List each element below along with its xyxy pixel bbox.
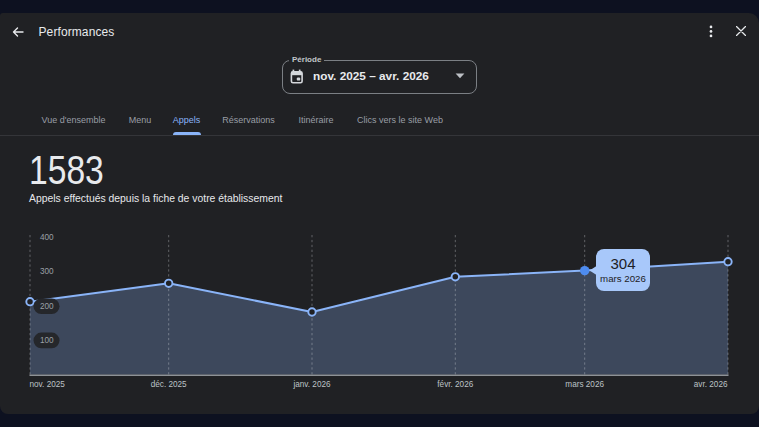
svg-text:400: 400 bbox=[40, 233, 54, 242]
svg-text:févr. 2026: févr. 2026 bbox=[437, 380, 473, 389]
svg-text:janv. 2026: janv. 2026 bbox=[292, 380, 331, 389]
svg-text:nov. 2025: nov. 2025 bbox=[30, 380, 66, 389]
svg-text:300: 300 bbox=[40, 267, 54, 276]
svg-text:304: 304 bbox=[610, 255, 635, 272]
svg-text:200: 200 bbox=[40, 302, 54, 311]
svg-text:mars 2026: mars 2026 bbox=[565, 380, 604, 389]
svg-text:avr. 2026: avr. 2026 bbox=[694, 380, 728, 389]
svg-text:mars 2026: mars 2026 bbox=[600, 273, 646, 284]
svg-text:100: 100 bbox=[40, 336, 54, 345]
svg-text:déc. 2025: déc. 2025 bbox=[151, 380, 187, 389]
